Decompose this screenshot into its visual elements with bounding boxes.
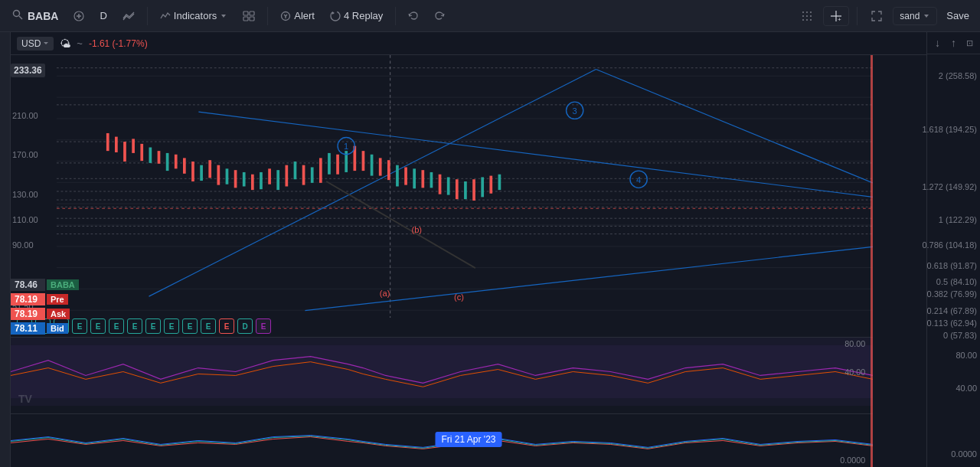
- svg-rect-74: [362, 151, 365, 171]
- event-btn-7[interactable]: E: [127, 318, 142, 334]
- username: sand: [900, 11, 920, 21]
- svg-rect-68: [311, 167, 314, 182]
- svg-rect-61: [251, 175, 254, 190]
- svg-marker-11: [332, 11, 335, 15]
- svg-rect-67: [302, 165, 305, 185]
- fullscreen-button[interactable]: [865, 8, 888, 24]
- svg-rect-60: [243, 172, 246, 187]
- fib-0618: 0.618 (91.87): [927, 261, 977, 270]
- price-up-btn[interactable]: ↑: [946, 35, 961, 51]
- svg-rect-54: [191, 162, 194, 181]
- svg-rect-71: [336, 155, 339, 175]
- symbol-label: BABA: [28, 10, 58, 22]
- event-btn-14[interactable]: E: [256, 318, 271, 334]
- save-button[interactable]: Save: [942, 8, 974, 23]
- svg-rect-75: [371, 155, 374, 176]
- price-nav: ↓ ↑ ⊡: [927, 32, 980, 54]
- crosshair-button[interactable]: +: [823, 6, 849, 26]
- alert-label: Alert: [294, 10, 315, 21]
- interval-selector[interactable]: D: [93, 7, 113, 24]
- quote-row-ask: 78.19 Ask: [11, 306, 79, 321]
- pre-tag: Pre: [47, 294, 68, 305]
- toolbar-right: + sand Save: [795, 6, 974, 26]
- svg-rect-51: [166, 153, 169, 171]
- event-btn-5[interactable]: E: [90, 318, 106, 334]
- price-110: 110.00: [12, 215, 38, 224]
- svg-point-15: [802, 15, 804, 17]
- price-sidebar: ↓ ↑ ⊡ 2 (258.58) 1.618 (194.25) 1.272 (1…: [926, 32, 980, 467]
- svg-rect-53: [183, 158, 186, 173]
- quote-row-bid: 78.11 Bid: [11, 321, 79, 335]
- svg-rect-70: [328, 153, 331, 175]
- svg-rect-77: [387, 160, 390, 180]
- price-down-btn[interactable]: ↓: [930, 35, 945, 51]
- replay-button[interactable]: 4 Replay: [324, 7, 389, 24]
- baba-price: 78.46: [11, 279, 45, 291]
- symbol-search[interactable]: BABA: [6, 6, 64, 25]
- quote-overlay: 78.46 BABA 78.19 Pre 78.19 Ask 78.11 Bid: [11, 277, 79, 335]
- user-menu[interactable]: sand: [893, 7, 937, 25]
- price-fit-btn[interactable]: ⊡: [962, 35, 977, 51]
- separator-2: [267, 7, 268, 25]
- toolbar: BABA D Indicators Alert 4 Replay: [0, 0, 980, 32]
- event-btn-13[interactable]: D: [237, 318, 253, 334]
- event-btn-10[interactable]: E: [182, 318, 198, 334]
- svg-text:1: 1: [344, 142, 348, 151]
- svg-text:TV: TV: [18, 393, 33, 405]
- svg-rect-57: [217, 165, 220, 185]
- price-170: 170.00: [12, 150, 38, 159]
- separator-right: [857, 7, 858, 25]
- ask-price: 78.19: [11, 308, 45, 320]
- svg-rect-48: [140, 144, 143, 161]
- svg-rect-85: [456, 179, 459, 199]
- event-btn-12[interactable]: E: [219, 318, 234, 334]
- svg-rect-5: [243, 11, 248, 15]
- separator-3: [395, 7, 396, 25]
- svg-rect-8: [250, 17, 254, 21]
- price-change: -1.61 (-1.77%): [89, 38, 148, 49]
- templates-button[interactable]: [237, 8, 261, 24]
- redo-button[interactable]: [428, 8, 451, 24]
- compare-button[interactable]: [116, 8, 141, 24]
- svg-rect-63: [268, 168, 271, 184]
- add-symbol-button[interactable]: [67, 8, 90, 24]
- svg-text:0.0000: 0.0000: [840, 456, 865, 465]
- event-btn-6[interactable]: E: [109, 318, 124, 334]
- event-btn-8[interactable]: E: [145, 318, 161, 334]
- svg-rect-66: [294, 162, 297, 179]
- svg-rect-50: [158, 151, 161, 164]
- alert-button[interactable]: Alert: [274, 7, 321, 24]
- drawing-toolbar: [0, 32, 11, 467]
- fib-0786: 0.786 (104.18): [922, 240, 977, 250]
- svg-rect-49: [149, 148, 152, 163]
- svg-rect-52: [175, 155, 178, 169]
- undo-button[interactable]: [402, 8, 425, 24]
- svg-point-20: [810, 19, 812, 21]
- chart-svg[interactable]: 1 (b) 3 4 (a) (c): [57, 55, 873, 318]
- pre-price: 78.19: [11, 293, 45, 305]
- currency-selector[interactable]: USD: [17, 37, 54, 51]
- fib-1: 1 (122.29): [939, 215, 977, 224]
- indicators-button[interactable]: Indicators: [154, 7, 234, 24]
- price-250: 250.00: [12, 69, 38, 78]
- fib-0214: 0.214 (67.89): [927, 306, 977, 315]
- fib-0113: 0.113 (62.94): [927, 318, 977, 328]
- fib-0: 0 (57.83): [943, 331, 977, 340]
- svg-text:4: 4: [636, 175, 641, 185]
- svg-rect-89: [489, 176, 492, 194]
- event-btn-9[interactable]: E: [164, 318, 179, 334]
- svg-rect-100: [11, 345, 873, 398]
- svg-rect-69: [319, 158, 322, 182]
- interval-label: D: [100, 10, 106, 21]
- event-btn-11[interactable]: E: [201, 318, 216, 334]
- fib-1618: 1.618 (194.25): [922, 125, 977, 134]
- indicators-label: Indicators: [174, 10, 217, 21]
- layout-button[interactable]: [795, 8, 818, 24]
- svg-rect-46: [123, 142, 126, 162]
- svg-rect-64: [276, 170, 279, 190]
- svg-rect-83: [439, 175, 442, 194]
- ind-0: 0.0000: [951, 449, 977, 459]
- chart-container[interactable]: USD 🌤 ~ -1.61 (-1.77%) 250.00 210.00 170…: [11, 32, 926, 467]
- svg-text:+: +: [838, 16, 841, 22]
- svg-rect-87: [472, 179, 475, 201]
